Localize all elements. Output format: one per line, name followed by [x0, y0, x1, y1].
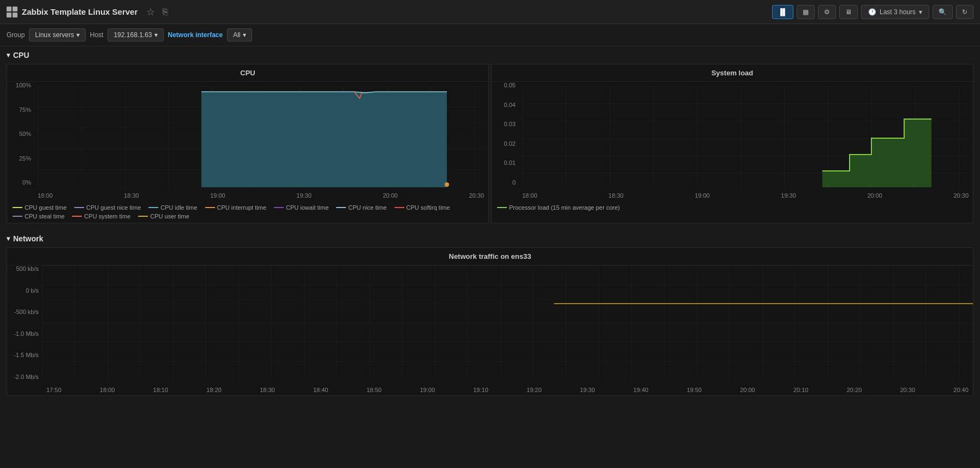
system-load-chart-title: System load: [492, 64, 973, 82]
legend-color: [205, 207, 215, 208]
svg-rect-8: [42, 265, 973, 380]
legend-color: [13, 207, 22, 208]
network-chart-body: 500 kb/s 0 b/s -500 kb/s -1.0 Mb/s -1.5 …: [7, 265, 973, 386]
legend-cpu-nice: CPU nice time: [336, 204, 386, 211]
monitor-icon: 🖥: [845, 8, 852, 16]
refresh-button[interactable]: ↻: [956, 5, 973, 19]
network-chart-svg: [42, 265, 973, 380]
cpu-legend: CPU guest time CPU guest nice time CPU i…: [7, 201, 488, 223]
legend-cpu-idle: CPU idle time: [148, 204, 197, 211]
chevron-down-icon: ▾: [919, 8, 922, 16]
legend-color: [148, 207, 158, 208]
share-icon[interactable]: ⎘: [163, 7, 168, 17]
cpu-section-header[interactable]: CPU: [0, 46, 980, 64]
clock-icon: 🕐: [868, 8, 876, 16]
bar-chart-button[interactable]: ▐▌: [772, 5, 793, 19]
svg-point-3: [445, 182, 449, 187]
filter-bar: Group Linux servers ▾ Host 192.168.1.63 …: [0, 24, 980, 46]
grid-icon: [7, 7, 17, 17]
table-view-button[interactable]: ▦: [797, 5, 815, 19]
gear-icon: ⚙: [824, 8, 830, 16]
cpu-chart-svg: [38, 86, 484, 190]
cpu-chart-title: CPU: [7, 64, 488, 82]
monitor-button[interactable]: 🖥: [839, 5, 858, 19]
page-title: Zabbix Template Linux Server: [22, 7, 138, 16]
group-chevron-icon: ▾: [76, 31, 80, 39]
cpu-charts-row: CPU: [0, 64, 980, 230]
sysload-x-axis: 18:00 18:30 19:00 19:30 20:00 20:30: [492, 191, 973, 201]
legend-cpu-softirq: CPU softirq time: [395, 204, 450, 211]
cpu-chart-body: 100% 75% 50% 25% 0%: [7, 82, 488, 191]
network-y-axis: 500 kb/s 0 b/s -500 kb/s -1.0 Mb/s -1.5 …: [7, 265, 42, 380]
legend-color: [336, 207, 346, 208]
legend-color: [138, 216, 148, 217]
host-value: 192.168.1.63: [113, 31, 152, 39]
legend-cpu-iowait: CPU iowait time: [274, 204, 328, 211]
host-chevron-icon: ▾: [154, 31, 158, 39]
header: Zabbix Template Linux Server ☆ ⎘ ▐▌ ▦ ⚙ …: [0, 0, 980, 24]
group-value: Linux servers: [35, 31, 74, 39]
network-section-label: Network: [13, 234, 43, 243]
system-load-chart-body: 0.05 0.04 0.03 0.02 0.01 0: [492, 82, 973, 191]
sysload-y-axis: 0.05 0.04 0.03 0.02 0.01 0: [492, 82, 518, 186]
system-load-svg: [522, 86, 969, 190]
refresh-icon: ↻: [962, 8, 967, 16]
legend-color: [497, 207, 507, 208]
cpu-section-label: CPU: [13, 51, 29, 60]
network-chart-panel: Network traffic on ens33 500 kb/s 0 b/s …: [7, 247, 973, 396]
legend-color: [395, 207, 404, 208]
table-icon: ▦: [803, 8, 809, 16]
sysload-legend: Processor load (15 min average per core): [492, 201, 973, 214]
network-chart-title: Network traffic on ens33: [7, 248, 973, 265]
time-range-label: Last 3 hours: [880, 8, 916, 16]
group-label: Group: [7, 31, 25, 39]
legend-color: [13, 216, 22, 217]
header-actions: ▐▌ ▦ ⚙ 🖥 🕐 Last 3 hours ▾ 🔍 ↻: [772, 5, 973, 19]
cpu-y-axis: 100% 75% 50% 25% 0%: [7, 82, 33, 186]
star-icon[interactable]: ☆: [146, 6, 155, 18]
system-load-chart-panel: System load 0.05 0.04 0.03 0: [491, 64, 973, 223]
legend-cpu-system: CPU system time: [72, 213, 130, 220]
legend-color: [274, 207, 284, 208]
host-label: Host: [90, 31, 104, 39]
legend-color: [74, 207, 84, 208]
group-select[interactable]: Linux servers ▾: [29, 28, 85, 42]
legend-cpu-user: CPU user time: [138, 213, 189, 220]
header-logo: Zabbix Template Linux Server ☆ ⎘: [7, 6, 772, 18]
zoom-in-icon: 🔍: [939, 8, 947, 16]
legend-cpu-steal: CPU steal time: [13, 213, 64, 220]
cpu-chart-panel: CPU: [7, 64, 489, 223]
network-x-axis: 17:50 18:00 18:10 18:20 18:30 18:40 18:5…: [7, 386, 973, 395]
legend-cpu-guest-time: CPU guest time: [13, 204, 67, 211]
network-section-header[interactable]: Network: [0, 230, 980, 247]
settings-button[interactable]: ⚙: [818, 5, 836, 19]
zoom-in-button[interactable]: 🔍: [933, 5, 953, 19]
legend-cpu-guest-nice: CPU guest nice time: [74, 204, 141, 211]
svg-marker-2: [201, 92, 447, 187]
legend-cpu-interrupt: CPU interrupt time: [205, 204, 266, 211]
network-value: All: [233, 31, 240, 39]
time-range-button[interactable]: 🕐 Last 3 hours ▾: [861, 5, 929, 19]
host-select[interactable]: 192.168.1.63 ▾: [107, 28, 163, 42]
network-interface-label: Network interface: [168, 31, 223, 39]
legend-color: [72, 216, 82, 217]
network-select[interactable]: All ▾: [227, 28, 252, 42]
legend-processor-load: Processor load (15 min average per core): [497, 204, 620, 211]
cpu-x-axis: 18:00 18:30 19:00 19:30 20:00 20:30: [7, 191, 488, 201]
bar-chart-icon: ▐▌: [778, 8, 787, 16]
network-chevron-icon: ▾: [243, 31, 246, 39]
